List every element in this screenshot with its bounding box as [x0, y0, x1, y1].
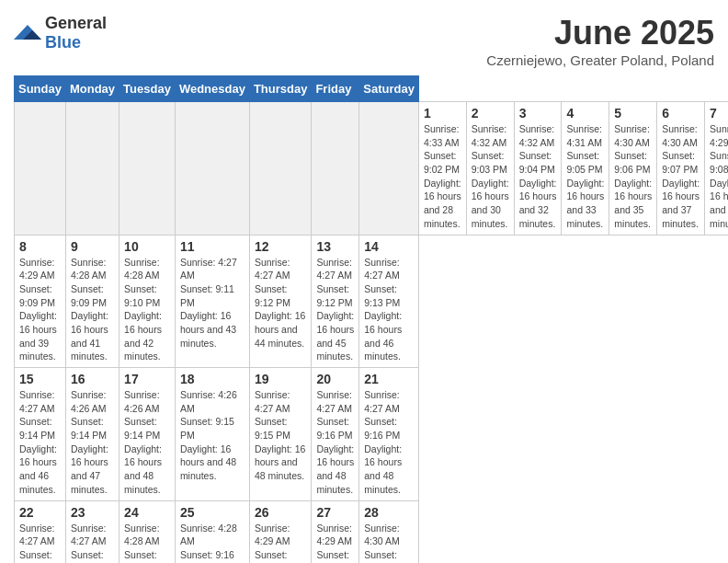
- page-header: General Blue June 2025 Czerniejewo, Grea…: [14, 14, 714, 68]
- calendar-day-cell: 8Sunrise: 4:29 AMSunset: 9:09 PMDaylight…: [15, 235, 66, 368]
- calendar-day-cell: 3Sunrise: 4:32 AMSunset: 9:04 PMDaylight…: [514, 102, 562, 236]
- logo-text: General Blue: [45, 14, 107, 52]
- weekday-header-row: SundayMondayTuesdayWednesdayThursdayFrid…: [15, 76, 729, 102]
- day-info: Sunrise: 4:28 AMSunset: 9:09 PMDaylight:…: [71, 256, 114, 364]
- calendar-day-cell: 17Sunrise: 4:26 AMSunset: 9:14 PMDayligh…: [119, 368, 176, 501]
- calendar-table: SundayMondayTuesdayWednesdayThursdayFrid…: [14, 75, 728, 563]
- day-info: Sunrise: 4:27 AMSunset: 9:16 PMDaylight:…: [19, 522, 61, 564]
- calendar-day-cell: [175, 102, 249, 236]
- calendar-day-cell: 7Sunrise: 4:29 AMSunset: 9:08 PMDaylight…: [705, 102, 728, 236]
- weekday-header-monday: Monday: [65, 76, 119, 102]
- calendar-day-cell: 18Sunrise: 4:26 AMSunset: 9:15 PMDayligh…: [175, 368, 249, 501]
- day-number: 1: [424, 106, 461, 121]
- calendar-day-cell: 12Sunrise: 4:27 AMSunset: 9:12 PMDayligh…: [249, 235, 312, 368]
- calendar-day-cell: 1Sunrise: 4:33 AMSunset: 9:02 PMDaylight…: [418, 102, 466, 236]
- calendar-day-cell: 5Sunrise: 4:30 AMSunset: 9:06 PMDaylight…: [609, 102, 657, 236]
- calendar-day-cell: 10Sunrise: 4:28 AMSunset: 9:10 PMDayligh…: [119, 235, 176, 368]
- day-number: 8: [19, 239, 61, 254]
- day-info: Sunrise: 4:27 AMSunset: 9:12 PMDaylight:…: [255, 256, 307, 350]
- day-info: Sunrise: 4:32 AMSunset: 9:03 PMDaylight:…: [472, 122, 509, 231]
- month-title: June 2025: [486, 14, 714, 52]
- day-info: Sunrise: 4:28 AMSunset: 9:16 PMDaylight:…: [180, 522, 245, 564]
- calendar-day-cell: 14Sunrise: 4:27 AMSunset: 9:13 PMDayligh…: [359, 235, 419, 368]
- day-info: Sunrise: 4:31 AMSunset: 9:05 PMDaylight:…: [566, 122, 604, 231]
- calendar-day-cell: 4Sunrise: 4:31 AMSunset: 9:05 PMDaylight…: [562, 102, 609, 236]
- title-area: June 2025 Czerniejewo, Greater Poland, P…: [486, 14, 714, 68]
- day-number: 15: [19, 372, 61, 386]
- day-info: Sunrise: 4:27 AMSunset: 9:16 PMDaylight:…: [71, 522, 114, 564]
- day-info: Sunrise: 4:30 AMSunset: 9:16 PMDaylight:…: [364, 522, 414, 564]
- day-info: Sunrise: 4:30 AMSunset: 9:07 PMDaylight:…: [662, 122, 700, 231]
- calendar-day-cell: 21Sunrise: 4:27 AMSunset: 9:16 PMDayligh…: [359, 368, 419, 501]
- day-info: Sunrise: 4:26 AMSunset: 9:14 PMDaylight:…: [71, 388, 114, 497]
- calendar-day-cell: [359, 102, 419, 236]
- day-number: 18: [180, 372, 245, 386]
- day-info: Sunrise: 4:32 AMSunset: 9:04 PMDaylight:…: [519, 122, 557, 231]
- day-info: Sunrise: 4:27 AMSunset: 9:14 PMDaylight:…: [19, 388, 61, 497]
- calendar-day-cell: 24Sunrise: 4:28 AMSunset: 9:16 PMDayligh…: [119, 500, 176, 563]
- calendar-day-cell: 19Sunrise: 4:27 AMSunset: 9:15 PMDayligh…: [249, 368, 312, 501]
- calendar-day-cell: 15Sunrise: 4:27 AMSunset: 9:14 PMDayligh…: [15, 368, 66, 501]
- day-number: 28: [364, 505, 414, 520]
- day-number: 26: [255, 505, 307, 520]
- calendar-day-cell: 16Sunrise: 4:26 AMSunset: 9:14 PMDayligh…: [65, 368, 119, 501]
- calendar-day-cell: 13Sunrise: 4:27 AMSunset: 9:12 PMDayligh…: [312, 235, 359, 368]
- day-number: 5: [614, 106, 652, 121]
- day-number: 27: [316, 505, 354, 520]
- day-info: Sunrise: 4:26 AMSunset: 9:14 PMDaylight:…: [124, 388, 170, 497]
- calendar-day-cell: [65, 102, 119, 236]
- day-info: Sunrise: 4:28 AMSunset: 9:16 PMDaylight:…: [124, 522, 170, 564]
- day-info: Sunrise: 4:29 AMSunset: 9:16 PMDaylight:…: [316, 522, 354, 564]
- calendar-day-cell: [249, 102, 312, 236]
- day-number: 6: [662, 106, 700, 121]
- calendar-day-cell: 9Sunrise: 4:28 AMSunset: 9:09 PMDaylight…: [65, 235, 119, 368]
- calendar-day-cell: [312, 102, 359, 236]
- day-info: Sunrise: 4:27 AMSunset: 9:11 PMDaylight:…: [180, 256, 245, 350]
- day-number: 7: [710, 106, 728, 121]
- day-info: Sunrise: 4:27 AMSunset: 9:15 PMDaylight:…: [255, 388, 307, 483]
- calendar-day-cell: 22Sunrise: 4:27 AMSunset: 9:16 PMDayligh…: [15, 500, 66, 563]
- day-number: 2: [472, 106, 509, 121]
- day-number: 9: [71, 239, 114, 254]
- calendar-day-cell: 28Sunrise: 4:30 AMSunset: 9:16 PMDayligh…: [359, 500, 419, 563]
- day-info: Sunrise: 4:33 AMSunset: 9:02 PMDaylight:…: [424, 122, 461, 231]
- day-info: Sunrise: 4:29 AMSunset: 9:16 PMDaylight:…: [255, 522, 307, 564]
- day-number: 11: [180, 239, 245, 254]
- day-number: 21: [364, 372, 414, 386]
- day-number: 3: [519, 106, 557, 121]
- day-number: 22: [19, 505, 61, 520]
- calendar-day-cell: 25Sunrise: 4:28 AMSunset: 9:16 PMDayligh…: [175, 500, 249, 563]
- calendar-day-cell: 2Sunrise: 4:32 AMSunset: 9:03 PMDaylight…: [466, 102, 514, 236]
- day-info: Sunrise: 4:28 AMSunset: 9:10 PMDaylight:…: [124, 256, 170, 364]
- weekday-header-thursday: Thursday: [249, 76, 312, 102]
- day-number: 4: [566, 106, 604, 121]
- weekday-header-wednesday: Wednesday: [175, 76, 249, 102]
- day-info: Sunrise: 4:26 AMSunset: 9:15 PMDaylight:…: [180, 388, 245, 483]
- day-number: 13: [316, 239, 354, 254]
- day-info: Sunrise: 4:27 AMSunset: 9:16 PMDaylight:…: [316, 388, 354, 497]
- weekday-header-sunday: Sunday: [15, 76, 66, 102]
- weekday-header-friday: Friday: [312, 76, 359, 102]
- calendar-day-cell: 11Sunrise: 4:27 AMSunset: 9:11 PMDayligh…: [175, 235, 249, 368]
- day-number: 25: [180, 505, 245, 520]
- calendar-week-row: 15Sunrise: 4:27 AMSunset: 9:14 PMDayligh…: [15, 368, 729, 501]
- logo: General Blue: [14, 14, 107, 52]
- day-number: 17: [124, 372, 170, 386]
- day-number: 20: [316, 372, 354, 386]
- calendar-day-cell: [119, 102, 176, 236]
- calendar-day-cell: 20Sunrise: 4:27 AMSunset: 9:16 PMDayligh…: [312, 368, 359, 501]
- logo-general: General: [45, 14, 107, 32]
- day-number: 23: [71, 505, 114, 520]
- location-subtitle: Czerniejewo, Greater Poland, Poland: [486, 52, 714, 68]
- calendar-day-cell: 26Sunrise: 4:29 AMSunset: 9:16 PMDayligh…: [249, 500, 312, 563]
- day-info: Sunrise: 4:27 AMSunset: 9:12 PMDaylight:…: [316, 256, 354, 364]
- day-number: 12: [255, 239, 307, 254]
- day-number: 16: [71, 372, 114, 386]
- calendar-week-row: 8Sunrise: 4:29 AMSunset: 9:09 PMDaylight…: [15, 235, 729, 368]
- day-number: 14: [364, 239, 414, 254]
- day-info: Sunrise: 4:29 AMSunset: 9:08 PMDaylight:…: [710, 122, 728, 231]
- logo-icon: [14, 23, 41, 43]
- calendar-day-cell: 27Sunrise: 4:29 AMSunset: 9:16 PMDayligh…: [312, 500, 359, 563]
- weekday-header-tuesday: Tuesday: [119, 76, 176, 102]
- calendar-week-row: 1Sunrise: 4:33 AMSunset: 9:02 PMDaylight…: [15, 102, 729, 236]
